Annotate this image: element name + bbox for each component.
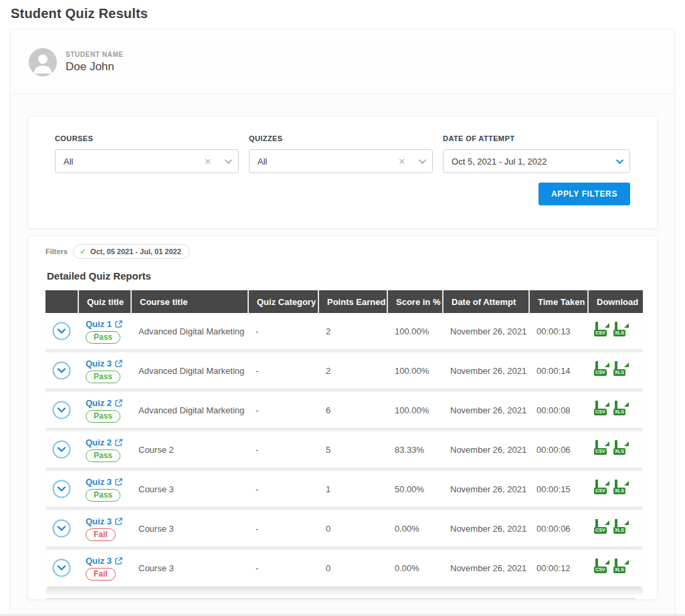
quiz-link[interactable]: Quiz 1 [86, 319, 122, 329]
table-row: Quiz 3 Pass Course 3 - 1 50.00% November… [45, 471, 643, 507]
score-cell: 100.00% [387, 326, 442, 336]
time-taken-cell: 00:00:13 [528, 326, 587, 336]
external-link-icon [115, 478, 122, 486]
score-cell: 100.00% [387, 405, 442, 415]
status-badge: Pass [86, 489, 120, 502]
download-csv-button[interactable]: CSV [595, 402, 609, 418]
quiz-category-cell: - [248, 445, 318, 455]
col-points-earned: Points Earned [318, 290, 387, 313]
external-link-icon [115, 557, 122, 564]
score-cell: 83.33% [387, 445, 442, 455]
date-of-attempt-cell: November 26, 2021 [442, 326, 528, 336]
status-badge: Pass [86, 371, 120, 383]
quiz-title: Quiz 3 [86, 477, 112, 487]
quiz-category-cell: - [248, 563, 318, 573]
quiz-link[interactable]: Quiz 3 [86, 477, 122, 487]
date-of-attempt-cell: November 26, 2021 [442, 366, 528, 376]
scrollbar-thumb[interactable] [45, 598, 637, 600]
section-divider [10, 94, 675, 94]
chevron-down-icon[interactable] [225, 157, 232, 164]
table-row: Quiz 2 Pass Course 2 - 5 83.33% November… [45, 431, 643, 468]
filter-panel: COURSES All ✕ QUIZZES All ✕ DATE OF ATTE… [27, 116, 658, 229]
quiz-title: Quiz 3 [86, 516, 112, 526]
date-range-select[interactable]: Oct 5, 2021 - Jul 1, 2022 [443, 149, 630, 173]
expand-row-button[interactable] [52, 322, 71, 340]
date-filter: DATE OF ATTEMPT Oct 5, 2021 - Jul 1, 202… [443, 134, 630, 173]
quiz-title: Quiz 2 [86, 437, 112, 447]
chevron-down-icon[interactable] [616, 157, 623, 164]
quiz-category-cell: - [248, 405, 318, 415]
points-earned-cell: 2 [318, 326, 387, 336]
expand-row-button[interactable] [52, 480, 71, 498]
date-of-attempt-cell: November 26, 2021 [442, 405, 528, 415]
download-xls-button[interactable]: XLS [615, 402, 629, 418]
expand-row-button[interactable] [52, 558, 71, 577]
col-score: Score in % [387, 290, 442, 313]
date-of-attempt-cell: November 26, 2021 [442, 484, 528, 494]
report-panel: Filters ✓ Oct, 05 2021 - Jul, 01 2022 De… [27, 235, 658, 600]
person-icon [29, 48, 57, 76]
quiz-category-cell: - [248, 366, 318, 376]
course-title-cell: Advanced Digital Marketing [130, 326, 248, 336]
course-title-cell: Course 3 [130, 563, 248, 573]
quiz-link[interactable]: Quiz 2 [86, 398, 122, 408]
download-xls-button[interactable]: XLS [615, 323, 629, 339]
download-xls-button[interactable]: XLS [615, 520, 629, 536]
courses-select[interactable]: All ✕ [55, 149, 239, 173]
col-expand [45, 290, 78, 313]
expand-row-button[interactable] [52, 440, 71, 459]
filters-label: Filters [45, 247, 68, 255]
table-row: Quiz 1 Pass Advanced Digital Marketing -… [45, 313, 643, 349]
col-course-title: Course title [130, 290, 248, 313]
download-xls-button[interactable]: XLS [615, 441, 629, 457]
apply-filters-button[interactable]: APPLY FILTERS [539, 183, 630, 205]
date-filter-chip[interactable]: ✓ Oct, 05 2021 - Jul, 01 2022 [73, 244, 190, 259]
download-csv-button[interactable]: CSV [595, 323, 609, 339]
expand-row-button[interactable] [52, 401, 71, 419]
col-quiz-title: Quiz title [78, 290, 130, 313]
quiz-link[interactable]: Quiz 3 [86, 556, 122, 566]
course-title-cell: Advanced Digital Marketing [130, 405, 248, 415]
expand-row-button[interactable] [52, 361, 71, 380]
table-row: Quiz 3 Pass Advanced Digital Marketing -… [45, 352, 643, 389]
chevron-down-icon[interactable] [419, 157, 426, 164]
external-link-icon [115, 320, 122, 328]
time-taken-cell: 00:00:12 [528, 563, 587, 573]
download-xls-button[interactable]: XLS [615, 560, 629, 576]
download-xls-button[interactable]: XLS [615, 363, 629, 379]
date-of-attempt-cell: November 26, 2021 [442, 524, 528, 534]
applied-filters-row: Filters ✓ Oct, 05 2021 - Jul, 01 2022 [45, 244, 640, 259]
table-scroll-shadow [45, 587, 643, 595]
quiz-link[interactable]: Quiz 2 [86, 437, 122, 447]
status-badge: Pass [86, 410, 120, 423]
quiz-title: Quiz 3 [86, 358, 112, 369]
chevron-down-circle-icon [52, 558, 71, 577]
expand-row-button[interactable] [52, 519, 71, 538]
quizzes-select-value: All [258, 157, 398, 167]
avatar [29, 48, 57, 76]
download-csv-button[interactable]: CSV [595, 441, 609, 457]
chevron-down-circle-icon [52, 361, 71, 380]
external-link-icon [115, 360, 122, 367]
date-of-attempt-cell: November 26, 2021 [442, 563, 528, 573]
status-badge: Pass [86, 331, 120, 344]
quiz-link[interactable]: Quiz 3 [86, 358, 122, 369]
quizzes-label: QUIZZES [249, 134, 433, 142]
quiz-link[interactable]: Quiz 3 [86, 516, 122, 526]
student-name-label: STUDENT NAME [66, 51, 124, 58]
clear-icon[interactable]: ✕ [398, 157, 405, 167]
courses-filter: COURSES All ✕ [55, 134, 239, 173]
results-card: STUDENT NAME Doe John COURSES All ✕ QUIZ… [9, 29, 676, 615]
student-section: STUDENT NAME Doe John [10, 29, 675, 94]
clear-icon[interactable]: ✕ [204, 157, 211, 167]
download-xls-button[interactable]: XLS [615, 481, 629, 497]
download-csv-button[interactable]: CSV [595, 363, 609, 379]
status-badge: Pass [86, 449, 120, 462]
quizzes-select[interactable]: All ✕ [249, 149, 433, 173]
chevron-down-circle-icon [52, 519, 71, 538]
score-cell: 0.00% [387, 563, 442, 573]
time-taken-cell: 00:00:08 [528, 405, 587, 415]
download-csv-button[interactable]: CSV [595, 520, 609, 536]
download-csv-button[interactable]: CSV [595, 481, 609, 497]
download-csv-button[interactable]: CSV [595, 560, 609, 576]
